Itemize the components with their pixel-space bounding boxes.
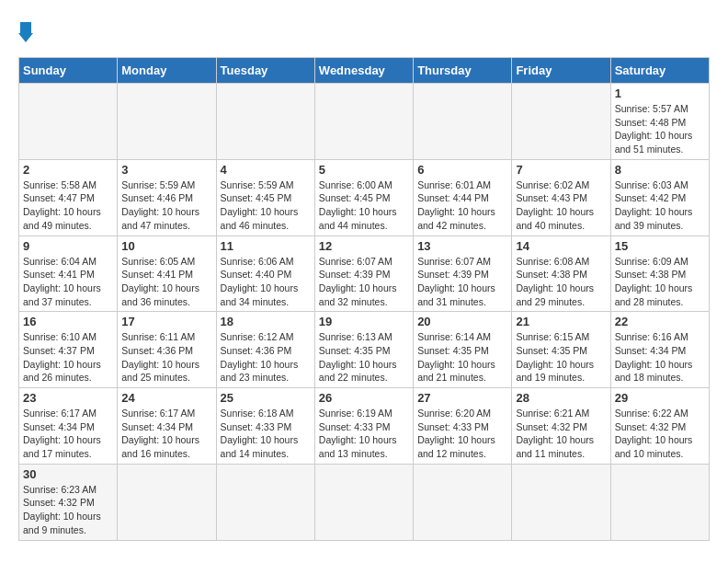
day-number: 16 (23, 315, 113, 328)
day-info: Sunrise: 6:07 AMSunset: 4:39 PMDaylight:… (417, 255, 507, 309)
day-number: 28 (516, 391, 606, 405)
table-row (512, 84, 610, 160)
header-day-sunday: Sunday (19, 58, 118, 84)
table-row (19, 84, 118, 160)
day-number: 15 (615, 239, 705, 253)
header-day-saturday: Saturday (610, 58, 709, 84)
table-row: 13Sunrise: 6:07 AMSunset: 4:39 PMDayligh… (414, 236, 512, 312)
header-day-wednesday: Wednesday (314, 58, 413, 84)
table-row (216, 84, 314, 160)
day-number: 6 (417, 163, 507, 177)
table-row (314, 84, 413, 160)
table-row: 15Sunrise: 6:09 AMSunset: 4:38 PMDayligh… (610, 236, 709, 312)
day-info: Sunrise: 6:09 AMSunset: 4:38 PMDaylight:… (615, 255, 705, 309)
day-info: Sunrise: 6:16 AMSunset: 4:34 PMDaylight:… (615, 330, 705, 385)
day-number: 23 (23, 391, 113, 405)
day-number: 5 (319, 163, 409, 177)
day-number: 22 (615, 315, 705, 328)
day-number: 7 (516, 163, 606, 177)
day-info: Sunrise: 6:17 AMSunset: 4:34 PMDaylight:… (121, 407, 211, 461)
day-info: Sunrise: 6:07 AMSunset: 4:39 PMDaylight:… (319, 255, 409, 309)
calendar-week-3: 16Sunrise: 6:10 AMSunset: 4:37 PMDayligh… (19, 312, 710, 388)
day-number: 29 (615, 391, 705, 405)
header-day-thursday: Thursday (414, 58, 512, 84)
calendar-header: SundayMondayTuesdayWednesdayThursdayFrid… (19, 58, 710, 84)
day-number: 25 (221, 391, 311, 405)
day-number: 30 (23, 467, 113, 481)
table-row: 8Sunrise: 6:03 AMSunset: 4:42 PMDaylight… (610, 159, 709, 236)
day-number: 21 (516, 315, 606, 328)
day-number: 19 (319, 315, 409, 328)
day-number: 3 (121, 163, 211, 177)
calendar-week-0: 1Sunrise: 5:57 AMSunset: 4:48 PMDaylight… (19, 84, 710, 160)
table-row: 20Sunrise: 6:14 AMSunset: 4:35 PMDayligh… (414, 312, 512, 388)
table-row: 11Sunrise: 6:06 AMSunset: 4:40 PMDayligh… (216, 236, 314, 312)
day-info: Sunrise: 6:17 AMSunset: 4:34 PMDaylight:… (23, 407, 113, 461)
day-info: Sunrise: 6:10 AMSunset: 4:37 PMDaylight:… (23, 330, 113, 385)
table-row: 10Sunrise: 6:05 AMSunset: 4:41 PMDayligh… (118, 236, 216, 312)
day-number: 13 (417, 239, 507, 253)
table-row: 27Sunrise: 6:20 AMSunset: 4:33 PMDayligh… (414, 388, 512, 465)
day-number: 4 (221, 163, 311, 177)
day-info: Sunrise: 5:59 AMSunset: 4:46 PMDaylight:… (121, 178, 211, 233)
header-day-friday: Friday (512, 58, 610, 84)
logo-icon (18, 22, 33, 42)
day-info: Sunrise: 6:08 AMSunset: 4:38 PMDaylight:… (516, 255, 606, 309)
table-row: 9Sunrise: 6:04 AMSunset: 4:41 PMDaylight… (19, 236, 118, 312)
table-row: 12Sunrise: 6:07 AMSunset: 4:39 PMDayligh… (314, 236, 413, 312)
table-row: 30Sunrise: 6:23 AMSunset: 4:32 PMDayligh… (19, 464, 118, 540)
table-row: 29Sunrise: 6:22 AMSunset: 4:32 PMDayligh… (610, 388, 709, 465)
table-row: 21Sunrise: 6:15 AMSunset: 4:35 PMDayligh… (512, 312, 610, 388)
calendar-week-1: 2Sunrise: 5:58 AMSunset: 4:47 PMDaylight… (19, 159, 710, 236)
logo (18, 18, 37, 42)
table-row: 16Sunrise: 6:10 AMSunset: 4:37 PMDayligh… (19, 312, 118, 388)
day-info: Sunrise: 6:15 AMSunset: 4:35 PMDaylight:… (516, 330, 606, 385)
table-row: 25Sunrise: 6:18 AMSunset: 4:33 PMDayligh… (216, 388, 314, 465)
table-row: 5Sunrise: 6:00 AMSunset: 4:45 PMDaylight… (314, 159, 413, 236)
table-row (118, 464, 216, 540)
day-number: 8 (615, 163, 705, 177)
day-number: 10 (121, 239, 211, 253)
header-day-monday: Monday (118, 58, 216, 84)
day-info: Sunrise: 6:12 AMSunset: 4:36 PMDaylight:… (221, 330, 311, 385)
day-number: 18 (221, 315, 311, 328)
calendar-body: 1Sunrise: 5:57 AMSunset: 4:48 PMDaylight… (19, 84, 710, 541)
day-number: 26 (319, 391, 409, 405)
table-row (216, 464, 314, 540)
table-row: 14Sunrise: 6:08 AMSunset: 4:38 PMDayligh… (512, 236, 610, 312)
day-info: Sunrise: 6:19 AMSunset: 4:33 PMDaylight:… (319, 407, 409, 461)
day-info: Sunrise: 6:00 AMSunset: 4:45 PMDaylight:… (319, 178, 409, 233)
table-row: 6Sunrise: 6:01 AMSunset: 4:44 PMDaylight… (414, 159, 512, 236)
day-info: Sunrise: 5:57 AMSunset: 4:48 PMDaylight:… (615, 102, 705, 156)
table-row (118, 84, 216, 160)
calendar-week-5: 30Sunrise: 6:23 AMSunset: 4:32 PMDayligh… (19, 464, 710, 540)
table-row (414, 84, 512, 160)
day-info: Sunrise: 6:06 AMSunset: 4:40 PMDaylight:… (221, 255, 311, 309)
day-info: Sunrise: 6:04 AMSunset: 4:41 PMDaylight:… (23, 255, 113, 309)
day-number: 14 (516, 239, 606, 253)
table-row: 2Sunrise: 5:58 AMSunset: 4:47 PMDaylight… (19, 159, 118, 236)
table-row (414, 464, 512, 540)
day-info: Sunrise: 6:21 AMSunset: 4:32 PMDaylight:… (516, 407, 606, 461)
table-row: 18Sunrise: 6:12 AMSunset: 4:36 PMDayligh… (216, 312, 314, 388)
day-info: Sunrise: 5:58 AMSunset: 4:47 PMDaylight:… (23, 178, 113, 233)
table-row (610, 464, 709, 540)
calendar-week-2: 9Sunrise: 6:04 AMSunset: 4:41 PMDaylight… (19, 236, 710, 312)
day-info: Sunrise: 6:14 AMSunset: 4:35 PMDaylight:… (417, 330, 507, 385)
table-row: 26Sunrise: 6:19 AMSunset: 4:33 PMDayligh… (314, 388, 413, 465)
day-info: Sunrise: 6:22 AMSunset: 4:32 PMDaylight:… (615, 407, 705, 461)
day-number: 9 (23, 239, 113, 253)
day-number: 12 (319, 239, 409, 253)
day-number: 20 (417, 315, 507, 328)
day-number: 27 (417, 391, 507, 405)
calendar-header-row: SundayMondayTuesdayWednesdayThursdayFrid… (19, 58, 710, 84)
day-info: Sunrise: 6:20 AMSunset: 4:33 PMDaylight:… (417, 407, 507, 461)
day-info: Sunrise: 6:05 AMSunset: 4:41 PMDaylight:… (121, 255, 211, 309)
table-row: 17Sunrise: 6:11 AMSunset: 4:36 PMDayligh… (118, 312, 216, 388)
day-info: Sunrise: 5:59 AMSunset: 4:45 PMDaylight:… (221, 178, 311, 233)
table-row (512, 464, 610, 540)
table-row: 3Sunrise: 5:59 AMSunset: 4:46 PMDaylight… (118, 159, 216, 236)
day-number: 17 (121, 315, 211, 328)
calendar-table: SundayMondayTuesdayWednesdayThursdayFrid… (18, 57, 710, 541)
table-row: 7Sunrise: 6:02 AMSunset: 4:43 PMDaylight… (512, 159, 610, 236)
